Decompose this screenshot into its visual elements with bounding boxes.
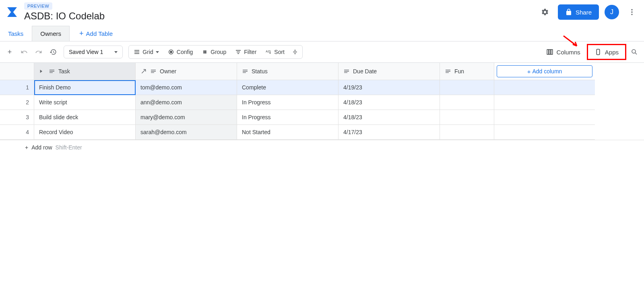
avatar[interactable]: J: [605, 5, 619, 19]
row-height-icon: [292, 49, 298, 55]
apps-label: Apps: [605, 49, 619, 56]
cell-owner[interactable]: sarah@demo.com: [136, 125, 237, 140]
svg-rect-6: [551, 50, 553, 54]
group-label: Group: [211, 49, 226, 55]
saved-view-label: Saved View 1: [69, 49, 103, 55]
cell-fun[interactable]: [440, 125, 494, 140]
apps-button[interactable]: Apps: [587, 44, 626, 60]
history-button[interactable]: [47, 46, 60, 58]
cell-status[interactable]: Not Started: [237, 125, 339, 140]
share-button[interactable]: Share: [558, 4, 599, 20]
add-table-button[interactable]: + Add Table: [74, 27, 118, 40]
svg-rect-7: [597, 49, 600, 55]
add-button[interactable]: +: [3, 46, 16, 58]
cell-due-date[interactable]: 4/19/23: [339, 80, 440, 95]
cell-task[interactable]: Record Video: [34, 125, 136, 140]
grid-icon: [134, 49, 140, 55]
columns-label: Columns: [557, 49, 580, 56]
column-header-task[interactable]: Task: [34, 63, 136, 80]
cell-due-date[interactable]: 4/17/23: [339, 125, 440, 140]
column-label: Owner: [160, 68, 176, 75]
cell-status[interactable]: In Progress: [237, 95, 339, 110]
cell-task[interactable]: Build slide deck: [34, 110, 136, 125]
svg-point-2: [631, 14, 632, 15]
group-icon: [202, 49, 208, 55]
columns-button[interactable]: Columns: [541, 46, 585, 58]
tab-tasks[interactable]: Tasks: [0, 26, 32, 41]
view-type-selector[interactable]: Grid: [130, 46, 163, 58]
view-toolbar: + Saved View 1 Grid Config Group Filter: [0, 41, 644, 63]
cell-owner[interactable]: tom@demo.com: [136, 80, 237, 95]
undo-button[interactable]: [18, 46, 31, 58]
row-number[interactable]: 3: [0, 110, 34, 125]
svg-point-0: [631, 9, 632, 10]
filter-label: Filter: [244, 49, 256, 55]
row-number[interactable]: 1: [0, 80, 34, 95]
add-column-label: Add column: [532, 68, 562, 75]
cell-status[interactable]: Complete: [237, 80, 339, 95]
svg-rect-5: [549, 50, 551, 54]
svg-point-1: [631, 11, 632, 12]
svg-text:AZ: AZ: [266, 50, 270, 53]
column-header-due-date[interactable]: Due Date: [339, 63, 440, 80]
add-row-button[interactable]: + Add row Shift-Enter: [0, 140, 644, 155]
more-menu-button[interactable]: [625, 5, 639, 19]
row-height-button[interactable]: [289, 46, 301, 58]
add-row-label: Add row: [31, 144, 52, 151]
view-controls-group: Grid Config Group Filter AZ Sort: [128, 45, 303, 59]
cell-owner[interactable]: mary@demo.com: [136, 110, 237, 125]
config-label: Config: [177, 49, 193, 55]
app-header: PREVIEW ASDB: IO Codelab Share J: [0, 0, 644, 26]
row-number[interactable]: 4: [0, 125, 34, 140]
phone-icon: [594, 48, 602, 56]
column-label: Task: [58, 68, 70, 75]
cell-status[interactable]: In Progress: [237, 110, 339, 125]
filter-button[interactable]: Filter: [231, 46, 260, 58]
plus-icon: +: [8, 48, 12, 56]
search-button[interactable]: [628, 46, 641, 58]
title-block: PREVIEW ASDB: IO Codelab: [24, 2, 538, 22]
chevron-down-icon: [114, 51, 118, 53]
group-button[interactable]: Group: [198, 46, 230, 58]
config-icon: [168, 49, 174, 55]
grid-label: Grid: [142, 49, 153, 55]
add-row-hint: Shift-Enter: [56, 144, 82, 151]
plus-icon: +: [25, 144, 28, 151]
cell-due-date[interactable]: 4/18/23: [339, 95, 440, 110]
cell-due-date[interactable]: 4/18/23: [339, 110, 440, 125]
filter-icon: [235, 49, 242, 55]
saved-view-selector[interactable]: Saved View 1: [64, 46, 123, 58]
header-actions: Share J: [538, 4, 639, 20]
row-number[interactable]: 2: [0, 95, 34, 110]
column-header-fun[interactable]: Fun: [440, 63, 494, 80]
cell-task[interactable]: Finish Demo: [34, 80, 136, 95]
plus-icon: +: [79, 30, 84, 37]
column-header-owner[interactable]: Owner: [136, 63, 237, 80]
sort-icon: AZ: [265, 49, 272, 55]
lock-icon: [565, 8, 572, 16]
add-column-button[interactable]: + Add column: [497, 65, 592, 77]
cell-fun[interactable]: [440, 80, 494, 95]
more-vert-icon: [628, 8, 636, 16]
plus-icon: +: [527, 68, 531, 75]
column-label: Status: [252, 68, 268, 75]
sort-button[interactable]: AZ Sort: [261, 46, 289, 58]
page-title[interactable]: ASDB: IO Codelab: [24, 10, 538, 22]
svg-rect-4: [547, 50, 549, 54]
chevron-down-icon: [156, 51, 159, 53]
redo-icon: [35, 48, 42, 56]
config-button[interactable]: Config: [164, 46, 197, 58]
gear-icon: [541, 8, 549, 16]
settings-button[interactable]: [538, 5, 552, 19]
cell-fun[interactable]: [440, 95, 494, 110]
cell-fun[interactable]: [440, 110, 494, 125]
cell-empty: [494, 125, 595, 140]
column-header-status[interactable]: Status: [237, 63, 339, 80]
preview-badge: PREVIEW: [24, 2, 52, 10]
cell-task[interactable]: Write script: [34, 95, 136, 110]
sort-label: Sort: [274, 49, 285, 55]
cell-owner[interactable]: ann@demo.com: [136, 95, 237, 110]
redo-button[interactable]: [32, 46, 45, 58]
tab-owners[interactable]: Owners: [32, 26, 70, 41]
text-icon: [343, 68, 350, 75]
